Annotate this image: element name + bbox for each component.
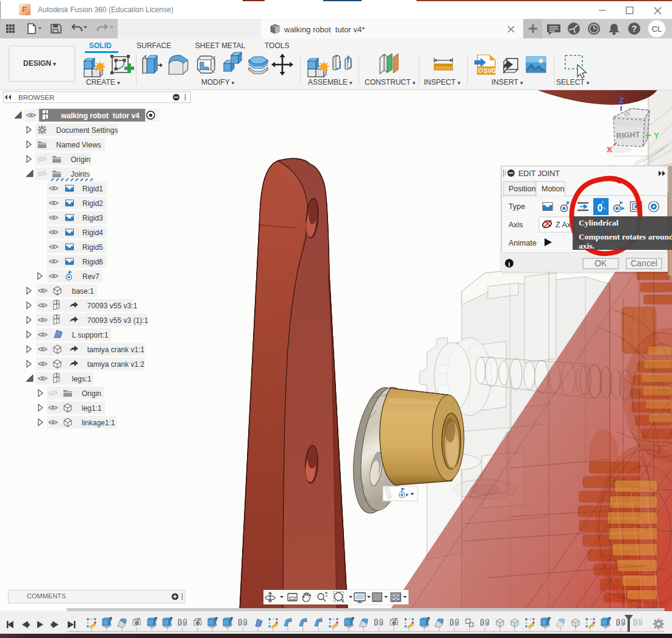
svg-text:Rigid2: Rigid2 xyxy=(82,199,103,208)
svg-text:SVG: SVG xyxy=(484,68,496,74)
svg-text:Position: Position xyxy=(509,185,536,193)
svg-text:Origin: Origin xyxy=(82,389,101,398)
svg-text:tamiya crank v1:1: tamiya crank v1:1 xyxy=(87,346,145,354)
svg-text:Y: Y xyxy=(654,131,659,140)
svg-text:Joints: Joints xyxy=(71,170,90,179)
svg-text:Named Views: Named Views xyxy=(56,141,101,149)
svg-text:70093 v55 v3 (1):1: 70093 v55 v3 (1):1 xyxy=(87,316,148,325)
svg-text:Rigid4: Rigid4 xyxy=(82,229,103,237)
svg-text:Rev7: Rev7 xyxy=(82,272,99,281)
svg-text:CL: CL xyxy=(652,24,662,34)
svg-text:legs:1: legs:1 xyxy=(72,375,91,383)
svg-text:Z: Z xyxy=(619,96,624,105)
svg-text:L support:1: L support:1 xyxy=(72,331,109,339)
svg-text:Type: Type xyxy=(509,202,525,211)
svg-text:i: i xyxy=(508,260,510,268)
svg-text:?: ? xyxy=(632,24,637,34)
svg-text:Origin: Origin xyxy=(71,155,90,164)
svg-text:Axis: Axis xyxy=(509,221,523,229)
svg-text:walking robot tutor v4: walking robot tutor v4 xyxy=(60,112,140,120)
svg-text:Rigid5: Rigid5 xyxy=(82,243,103,252)
svg-text:70093 v55 v3:1: 70093 v55 v3:1 xyxy=(87,302,137,310)
svg-text:BROWSER: BROWSER xyxy=(18,94,54,101)
svg-text:EDIT JOINT: EDIT JOINT xyxy=(518,169,560,178)
svg-text:Rigid3: Rigid3 xyxy=(82,214,103,222)
svg-text:tamiya crank v1:2: tamiya crank v1:2 xyxy=(87,360,145,369)
svg-text:base:1: base:1 xyxy=(72,287,94,296)
svg-text:Rigid1: Rigid1 xyxy=(82,185,103,193)
svg-text:Document Settings: Document Settings xyxy=(56,126,118,135)
svg-text:Rigid6: Rigid6 xyxy=(82,258,103,266)
svg-text:RIGHT: RIGHT xyxy=(616,130,640,141)
svg-text:leg1:1: leg1:1 xyxy=(82,404,102,413)
svg-text:Animate: Animate xyxy=(509,239,537,247)
svg-text:X: X xyxy=(607,145,612,154)
svg-text:linkage1:1: linkage1:1 xyxy=(82,419,115,427)
